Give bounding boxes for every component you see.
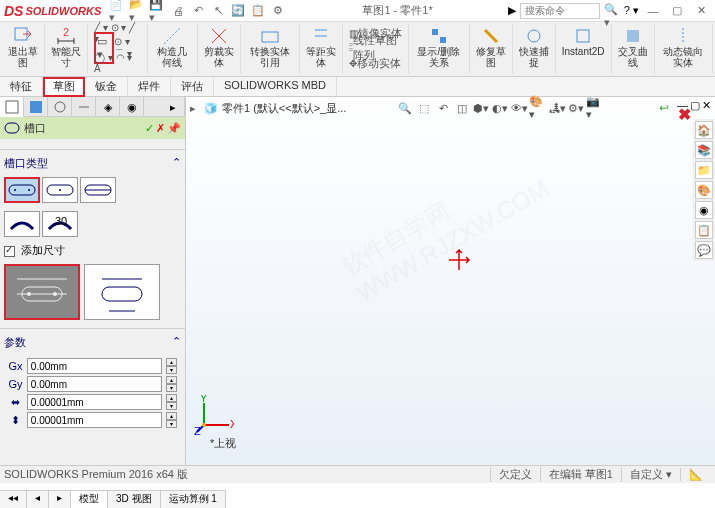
btab-3dview[interactable]: 3D 视图 <box>108 491 161 508</box>
smart-dimension-button[interactable]: 2 智能尺寸 <box>49 24 83 70</box>
collapse-icon[interactable]: ⌃ <box>172 156 181 171</box>
vt-zoom-fit[interactable]: 🔍 <box>396 99 414 117</box>
spin-down[interactable]: ▾ <box>166 402 177 410</box>
tp-design-library[interactable]: 📚 <box>695 141 713 159</box>
vt-scene[interactable]: 🏞▾ <box>548 99 566 117</box>
pm-cancel-button[interactable]: ✗ <box>156 122 165 135</box>
close-button[interactable]: ✕ <box>691 3 711 19</box>
tp-forum[interactable]: 💬 <box>695 241 713 259</box>
spin-down[interactable]: ▾ <box>166 384 177 392</box>
tab-weldments[interactable]: 焊件 <box>128 77 171 96</box>
viewport-max[interactable]: ▢ <box>690 99 700 112</box>
select-button[interactable]: ↖ <box>209 2 227 20</box>
instant2d-button[interactable]: Instant2D <box>560 24 607 59</box>
vt-zoom-area[interactable]: ⬚ <box>415 99 433 117</box>
circle-tool[interactable]: ◯ ▾ ◠ ▾ A <box>94 56 141 70</box>
undo-button[interactable]: ↶ <box>189 2 207 20</box>
maximize-button[interactable]: ▢ <box>667 3 687 19</box>
tp-resources[interactable]: 🏠 <box>695 121 713 139</box>
vt-view-settings[interactable]: ⚙▾ <box>567 99 585 117</box>
btab-model[interactable]: 模型 <box>71 491 108 508</box>
fm-tab-tree[interactable] <box>0 97 24 117</box>
spin-down[interactable]: ▾ <box>166 420 177 428</box>
convert-button[interactable]: 转换实体引用 <box>245 24 294 70</box>
flyout-part-name[interactable]: 零件1 (默认<<默认>_显... <box>222 101 346 116</box>
status-custom[interactable]: 自定义 ▾ <box>621 467 680 482</box>
new-button[interactable]: 📄▾ <box>109 2 127 20</box>
param-y-input[interactable] <box>27 376 162 392</box>
param-x-input[interactable] <box>27 358 162 374</box>
vt-orientation[interactable]: ⬢▾ <box>472 99 490 117</box>
fm-tab-appearance[interactable]: ◉ <box>120 97 144 117</box>
param-height-input[interactable] <box>27 412 162 428</box>
confirm-corner-cancel[interactable]: ✖ <box>678 105 691 124</box>
vt-edit-appearance[interactable]: 🎨▾ <box>529 99 547 117</box>
add-dim-checkbox[interactable] <box>4 246 15 257</box>
slot-overall-option[interactable] <box>80 177 116 203</box>
slot-straight-option[interactable] <box>4 177 40 203</box>
search-input[interactable] <box>520 3 600 19</box>
fm-tab-property[interactable] <box>24 97 48 117</box>
btab-back[interactable]: ◂ <box>27 491 49 508</box>
vt-camera[interactable]: 📷▾ <box>586 99 604 117</box>
trim-button[interactable]: 剪裁实体 <box>202 24 236 70</box>
fm-tab-display[interactable]: ◈ <box>96 97 120 117</box>
tab-evaluate[interactable]: 评估 <box>171 77 214 96</box>
parameters-title[interactable]: 参数 ⌃ <box>4 333 181 352</box>
repair-sketch-button[interactable]: 修复草图 <box>474 24 508 70</box>
pm-pin-button[interactable]: 📌 <box>167 122 181 135</box>
param-width-input[interactable] <box>27 394 162 410</box>
help-button[interactable]: ? ▾ <box>624 4 639 17</box>
fm-tab-dim[interactable] <box>72 97 96 117</box>
spin-up[interactable]: ▴ <box>166 376 177 384</box>
vt-section[interactable]: ◫ <box>453 99 471 117</box>
pm-ok-button[interactable]: ✓ <box>145 122 154 135</box>
save-button[interactable]: 💾▾ <box>149 2 167 20</box>
offset-button[interactable]: 等距实体 <box>304 24 338 70</box>
flyout-expand-icon[interactable]: ▸ <box>190 102 200 115</box>
shaded-button[interactable]: 交叉曲线 <box>616 24 650 70</box>
tab-features[interactable]: 特征 <box>0 77 43 96</box>
vt-prev-view[interactable]: ↶ <box>434 99 452 117</box>
vt-display-style[interactable]: ◐▾ <box>491 99 509 117</box>
tp-appearances[interactable]: ◉ <box>695 201 713 219</box>
quick-snap-button[interactable]: 快速捕捉 <box>517 24 551 70</box>
confirm-corner-ok[interactable]: ↩ <box>659 101 669 115</box>
exit-sketch-button[interactable]: 退出草图 <box>6 24 40 70</box>
rebuild-button[interactable]: 🔄 <box>229 2 247 20</box>
options-button[interactable]: 📋 <box>249 2 267 20</box>
tab-sketch[interactable]: 草图 <box>43 77 85 97</box>
btab-prev[interactable]: ◂◂ <box>0 491 27 508</box>
print-button[interactable]: 🖨 <box>169 2 187 20</box>
spin-up[interactable]: ▴ <box>166 394 177 402</box>
collapse-icon[interactable]: ⌃ <box>172 335 181 350</box>
slot-centerpoint-arc-option[interactable]: 30 <box>42 211 78 237</box>
btab-motion[interactable]: 运动算例 1 <box>161 491 226 508</box>
move-button[interactable]: ✥ 移动实体 <box>349 56 402 70</box>
construction-geometry-button[interactable]: 构造几何线 <box>152 24 194 70</box>
status-units-icon[interactable]: 📐 <box>680 468 711 481</box>
spin-down[interactable]: ▾ <box>166 366 177 374</box>
vt-hide-show[interactable]: 👁▾ <box>510 99 528 117</box>
tab-mbd[interactable]: SOLIDWORKS MBD <box>214 77 337 96</box>
spin-up[interactable]: ▴ <box>166 358 177 366</box>
slot-dim-scheme-2[interactable] <box>84 264 160 320</box>
tp-custom-props[interactable]: 📋 <box>695 221 713 239</box>
slot-3pt-arc-option[interactable] <box>4 211 40 237</box>
fm-expand-button[interactable]: ▸ <box>161 97 185 117</box>
slot-type-title[interactable]: 槽口类型 ⌃ <box>4 154 181 173</box>
open-button[interactable]: 📂▾ <box>129 2 147 20</box>
display-delete-button[interactable]: 显示/删除关系 <box>413 24 465 70</box>
slot-centerpoint-option[interactable] <box>42 177 78 203</box>
fm-tab-config[interactable] <box>48 97 72 117</box>
status-editing[interactable]: 在编辑 草图1 <box>540 467 621 482</box>
graphics-area[interactable]: 🔍 ⬚ ↶ ◫ ⬢▾ ◐▾ 👁▾ 🎨▾ 🏞▾ ⚙▾ 📷▾ — ▢ ✕ ▸ 🧊 零… <box>186 97 715 465</box>
settings-button[interactable]: ⚙ <box>269 2 287 20</box>
tp-file-explorer[interactable]: 📁 <box>695 161 713 179</box>
dynamic-mirror-button[interactable]: 动态镜向实体 <box>659 24 708 70</box>
tab-sheetmetal[interactable]: 钣金 <box>85 77 128 96</box>
slot-dim-scheme-1[interactable] <box>4 264 80 320</box>
tp-view-palette[interactable]: 🎨 <box>695 181 713 199</box>
spin-up[interactable]: ▴ <box>166 412 177 420</box>
search-icon[interactable]: 🔍▾ <box>604 3 620 19</box>
